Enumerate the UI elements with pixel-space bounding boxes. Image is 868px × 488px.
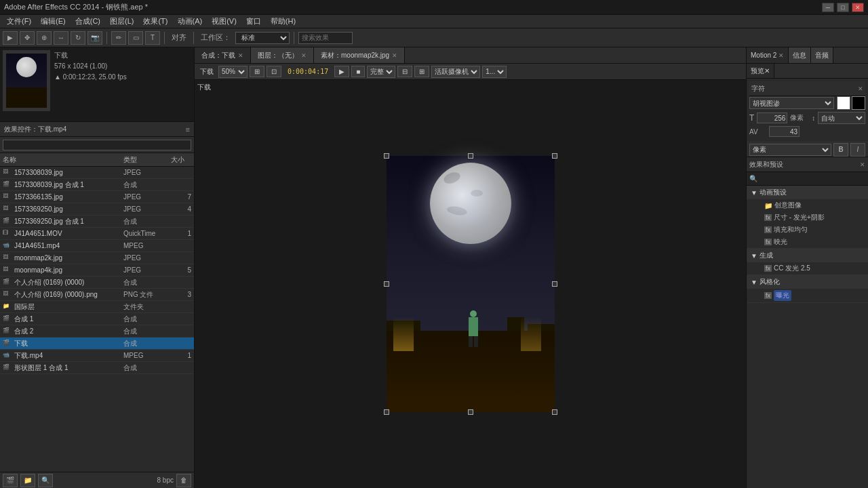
list-item[interactable]: 🎬 个人介绍 (0169) (0000) 合成 <box>0 277 194 289</box>
size-glow-item[interactable]: fx 尺寸 - 发光+阴影 <box>747 211 868 224</box>
tool-anchor[interactable]: ⊕ <box>37 31 52 45</box>
tool-move[interactable]: ✥ <box>20 31 35 45</box>
tool-pen[interactable]: ✏ <box>111 31 126 45</box>
tab-motion2-close[interactable]: ✕ <box>778 52 784 59</box>
search-button[interactable]: 🔍 <box>38 474 53 487</box>
menu-item-[interactable]: 窗口 <box>242 15 265 28</box>
creative-image-item[interactable]: 📁 创意图像 <box>747 199 868 211</box>
tool-camera[interactable]: 📷 <box>87 31 102 45</box>
menu-item-A[interactable]: 动画(A) <box>174 15 207 28</box>
font-size-unit: 像素 <box>790 113 809 123</box>
menu-item-F[interactable]: 文件(F) <box>3 15 35 28</box>
handle-tr[interactable] <box>552 153 557 159</box>
font-size-input[interactable] <box>757 113 787 123</box>
cc-glow-item[interactable]: fx CC 发光 2.5 <box>747 262 868 274</box>
tab-audio[interactable]: 音频 <box>811 47 833 63</box>
animation-presets-header[interactable]: ▼ 动画预设 <box>747 186 868 199</box>
stylize-header[interactable]: ▼ 风格化 <box>747 275 868 289</box>
workspace-select[interactable]: 标准 <box>235 32 290 44</box>
new-folder-button[interactable]: 📁 <box>20 474 35 487</box>
handle-ml[interactable] <box>384 281 389 287</box>
effects-search-input[interactable] <box>760 175 865 182</box>
tool-text[interactable]: T <box>145 31 160 45</box>
exposure-item[interactable]: fx 曝光 <box>747 289 868 302</box>
comp-view: 下载 <box>195 80 746 488</box>
list-item[interactable]: 🖼 个人介绍 (0169) (0000).png PNG 文件 3 <box>0 289 194 301</box>
list-item[interactable]: 📹 J41A4651.mp4 MPEG <box>0 240 194 252</box>
handle-mr[interactable] <box>552 281 557 287</box>
delete-button[interactable]: 🗑 <box>176 474 191 487</box>
faux-italic[interactable]: I <box>850 143 865 157</box>
handle-tm[interactable] <box>468 153 473 159</box>
list-item[interactable]: 🎬 下载 合成 <box>0 338 194 350</box>
play-btn[interactable]: ▶ <box>334 66 349 77</box>
fill-color[interactable] <box>837 96 850 110</box>
tool-scale[interactable]: ↔ <box>54 31 68 45</box>
fullscreen-select[interactable]: 完整 <box>367 66 395 78</box>
handle-tl[interactable] <box>384 153 389 159</box>
list-item[interactable]: 🎞 J41A4651.MOV QuickTime 1 <box>0 228 194 240</box>
tool-rotate[interactable]: ↻ <box>71 31 85 45</box>
font-select[interactable]: 胡视图渗 <box>749 97 834 109</box>
channels-btn[interactable]: ⊞ <box>414 66 429 77</box>
new-comp-button[interactable]: 🎬 <box>3 474 18 487</box>
glow-item[interactable]: fx 映光 <box>747 236 868 248</box>
zoom-select[interactable]: 50% <box>218 66 248 78</box>
fill-item[interactable]: fx 填充和均匀 <box>747 224 868 236</box>
comp-tab-moonmap2kjpg[interactable]: 素材：moonmap2k.jpg✕ <box>314 47 405 63</box>
menu-item-C[interactable]: 合成(C) <box>71 15 104 28</box>
menu-item-E[interactable]: 编辑(E) <box>37 15 70 28</box>
char-panel-close[interactable]: ✕ <box>858 85 863 92</box>
list-item[interactable]: 🎬 合成 1 合成 <box>0 313 194 325</box>
menu-item-H[interactable]: 帮助(H) <box>267 15 300 28</box>
search-effects-input[interactable] <box>298 32 353 44</box>
comp-tab-close[interactable]: ✕ <box>238 52 243 59</box>
list-item[interactable]: 🖼 moonmap2k.jpg JPEG <box>0 252 194 264</box>
comp-tab-close[interactable]: ✕ <box>301 52 307 59</box>
menu-item-V[interactable]: 视图(V) <box>208 15 241 28</box>
tracking-input[interactable] <box>769 126 800 137</box>
list-item[interactable]: 🖼 1573366135.jpg JPEG 7 <box>0 191 194 203</box>
grid-btn[interactable]: ⊞ <box>250 66 264 77</box>
tab-info[interactable]: 信息 <box>789 47 811 63</box>
camera-select[interactable]: 活跃摄像机 <box>431 66 480 78</box>
stroke-color[interactable] <box>852 96 865 110</box>
list-item[interactable]: 📁 国际层 文件夹 <box>0 301 194 313</box>
tab-preview[interactable]: 预览 ✕ <box>747 64 774 78</box>
tab-preview-close[interactable]: ✕ <box>764 67 770 75</box>
comp-tab-[interactable]: 合成：下载✕ <box>195 47 251 63</box>
maximize-button[interactable]: □ <box>837 3 849 12</box>
list-item[interactable]: 🖼 1573369250.jpg JPEG 4 <box>0 203 194 216</box>
list-item[interactable]: 🎬 合成 2 合成 <box>0 325 194 338</box>
list-item[interactable]: 🖼 1573308039.jpg JPEG <box>0 167 194 179</box>
faux-bold[interactable]: B <box>833 143 848 157</box>
panel-menu-icon[interactable]: ≡ <box>186 125 190 134</box>
effects-panel-close[interactable]: ✕ <box>860 161 865 168</box>
list-item[interactable]: 🎬 1573308039.jpg 合成 1 合成 <box>0 179 194 191</box>
close-button[interactable]: ✕ <box>852 3 864 12</box>
generate-header[interactable]: ▼ 生成 <box>747 249 868 262</box>
list-item[interactable]: 🎬 1573369250.jpg 合成 1 合成 <box>0 216 194 228</box>
tab-motion2[interactable]: Motion 2 ✕ <box>747 47 789 63</box>
quality-btn[interactable]: ⊟ <box>397 66 412 77</box>
safe-zones-btn[interactable]: ⊡ <box>267 66 281 77</box>
handle-bm[interactable] <box>468 409 473 415</box>
stop-btn[interactable]: ■ <box>351 66 365 77</box>
list-item[interactable]: 📹 下载.mp4 MPEG 1 <box>0 350 194 362</box>
comp-tab-[interactable]: 图层：（无）✕ <box>251 47 314 63</box>
spacing-select[interactable]: 像素 <box>749 144 831 156</box>
tool-select[interactable]: ▶ <box>3 31 18 45</box>
handle-bl[interactable] <box>384 409 389 415</box>
handle-br[interactable] <box>552 409 557 415</box>
auto-size-select[interactable]: 自动 <box>818 112 865 124</box>
minimize-button[interactable]: ─ <box>822 3 834 12</box>
file-name: 合成 2 <box>14 327 123 336</box>
list-item[interactable]: 🖼 moonmap4k.jpg JPEG 5 <box>0 264 194 277</box>
tool-rect[interactable]: ▭ <box>128 31 143 45</box>
list-item[interactable]: 🎬 形状图层 1 合成 1 合成 <box>0 362 194 374</box>
menu-item-T[interactable]: 效果(T) <box>139 15 172 28</box>
project-search-input[interactable] <box>3 140 191 150</box>
channel-select[interactable]: 1... <box>482 66 507 78</box>
comp-tab-close[interactable]: ✕ <box>392 52 397 59</box>
menu-item-L[interactable]: 图层(L) <box>106 15 138 28</box>
